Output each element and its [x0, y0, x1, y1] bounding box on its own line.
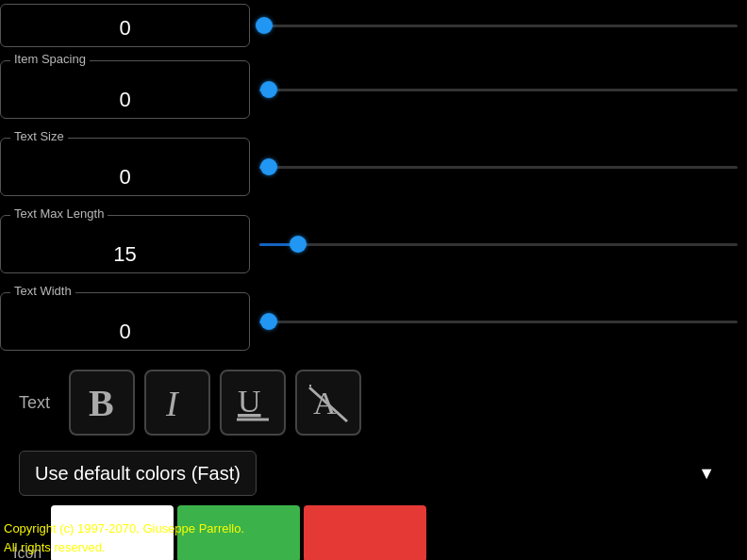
svg-text:U: U — [238, 384, 261, 419]
text-max-length-input-group: Text Max Length 15 — [0, 215, 250, 273]
text-max-length-slider-container[interactable] — [250, 243, 747, 246]
icon-swatch-green[interactable] — [177, 505, 300, 560]
item-spacing-slider-thumb[interactable] — [260, 81, 277, 98]
item-spacing-slider-container[interactable] — [250, 89, 747, 91]
item-spacing-label: Item Spacing — [10, 52, 90, 66]
top-slider-thumb[interactable] — [256, 17, 273, 34]
underline-icon: U — [232, 382, 274, 423]
item-spacing-row: Item Spacing 0 — [0, 51, 747, 128]
chevron-down-icon: ▼ — [698, 464, 715, 484]
text-size-input-group: Text Size 0 — [0, 138, 250, 196]
text-section-label: Text — [19, 393, 50, 413]
icon-swatch-red[interactable] — [304, 505, 426, 560]
icon-swatch-white[interactable] — [51, 505, 174, 560]
icon-swatch-label: Icon — [9, 545, 47, 560]
dropdown-row: Use default colors (Fast) Custom colors … — [0, 445, 747, 502]
item-spacing-value: 0 — [8, 78, 241, 112]
top-slider-container[interactable] — [250, 25, 747, 27]
text-max-length-slider-track[interactable] — [259, 243, 738, 246]
bold-icon: B — [81, 382, 123, 423]
color-mode-select[interactable]: Use default colors (Fast) Custom colors — [19, 451, 257, 496]
text-size-slider-thumb[interactable] — [260, 158, 277, 175]
item-spacing-input-group: Item Spacing 0 — [0, 60, 250, 119]
text-width-label: Text Width — [10, 284, 75, 298]
underline-button[interactable]: U — [220, 370, 286, 436]
text-size-slider-container[interactable] — [250, 166, 747, 169]
text-width-slider-thumb[interactable] — [260, 313, 277, 330]
italic-button[interactable]: I — [144, 370, 210, 436]
strikethrough-icon: A — [307, 382, 349, 423]
svg-text:I: I — [165, 384, 180, 423]
strikethrough-button[interactable]: A — [295, 370, 361, 436]
text-max-length-label: Text Max Length — [10, 206, 108, 221]
swatches-section: Icon Other — [0, 502, 747, 560]
italic-icon: I — [157, 382, 198, 423]
color-mode-dropdown-wrapper[interactable]: Use default colors (Fast) Custom colors … — [19, 451, 728, 496]
top-value: 0 — [8, 7, 241, 41]
bold-button[interactable]: B — [69, 370, 135, 436]
top-input-group: 0 — [0, 4, 250, 47]
text-format-row: Text B I U A — [0, 360, 747, 445]
item-spacing-slider-track[interactable] — [259, 89, 738, 91]
text-width-input-group: Text Width 0 — [0, 292, 250, 351]
text-width-row: Text Width 0 — [0, 283, 747, 360]
text-size-value: 0 — [8, 156, 241, 189]
top-row: 0 — [0, 0, 747, 51]
text-size-slider-track[interactable] — [259, 166, 738, 169]
main-container: 0 Item Spacing 0 Text Size 0 — [0, 0, 747, 560]
text-width-slider-track[interactable] — [259, 321, 738, 323]
text-max-length-value: 15 — [8, 233, 241, 267]
svg-text:B: B — [89, 382, 114, 423]
text-width-value: 0 — [8, 310, 241, 344]
text-size-row: Text Size 0 — [0, 128, 747, 206]
top-slider-track[interactable] — [259, 25, 738, 27]
text-width-slider-container[interactable] — [250, 321, 747, 323]
text-max-length-row: Text Max Length 15 — [0, 206, 747, 283]
text-size-label: Text Size — [10, 129, 68, 143]
text-max-length-slider-thumb[interactable] — [290, 236, 307, 253]
